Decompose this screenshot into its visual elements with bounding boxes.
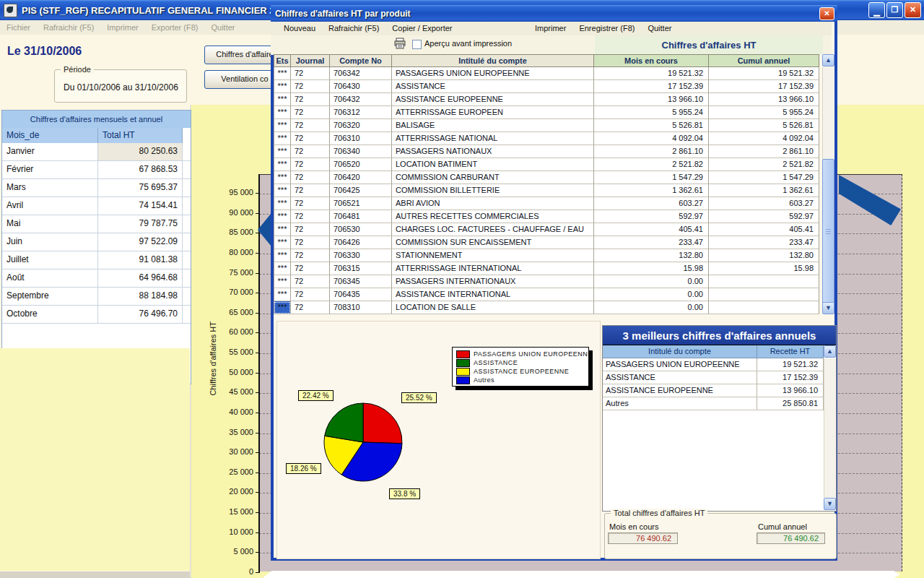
table-row[interactable]: ***72706342PASSAGERS UNION EUROPEENNE19 … xyxy=(274,67,819,80)
scrollbar-thumb[interactable] xyxy=(822,159,834,303)
table-cell: *** xyxy=(274,93,291,106)
table-row[interactable]: ***72706312ATTERRISSAGE EUROPEEN5 955.24… xyxy=(274,106,819,119)
y-tick-mark xyxy=(256,392,260,393)
periode-groupbox: Période Du 01/10/2006 au 31/10/2006 xyxy=(54,69,187,103)
table-row[interactable]: Avril74 154.41 xyxy=(2,197,191,215)
table-row[interactable]: Juin97 522.09 xyxy=(2,233,191,251)
menu-item[interactable]: Exporter (F8) xyxy=(145,23,205,32)
month-cell: Mars xyxy=(2,179,98,197)
table-cell: 132.80 xyxy=(709,249,819,262)
table-row[interactable]: Octobre76 496.70 xyxy=(2,306,191,324)
table-row[interactable]: ***72706430ASSISTANCE17 152.3917 152.39 xyxy=(274,80,819,93)
menu-item[interactable]: Quitter xyxy=(641,22,678,35)
table-row[interactable]: ***72706420COMMISSION CARBURANT1 547.291… xyxy=(274,171,819,184)
top3-scrollbar-track[interactable] xyxy=(824,358,836,498)
column-header[interactable]: Mois en cours xyxy=(594,54,709,67)
top3-scrollbar-down-icon[interactable]: ▼ xyxy=(824,498,836,510)
table-cell: 2 861.10 xyxy=(594,145,709,158)
table-row[interactable]: ***72706330STATIONNEMENT132.80132.80 xyxy=(274,249,819,262)
table-row[interactable]: Septembre88 184.98 xyxy=(2,288,191,306)
column-header[interactable]: Ets xyxy=(274,54,291,67)
table-row[interactable]: ***72706530CHARGES LOC. FACTUREES - CHAU… xyxy=(274,223,819,236)
table-row[interactable]: ***72706340PASSAGERS NATIONAUX2 861.102 … xyxy=(274,145,819,158)
y-tick-label: 70 000 xyxy=(209,288,253,296)
column-header[interactable]: Compte No xyxy=(330,54,392,67)
table-row[interactable]: ***72706426COMMISSION SUR ENCAISSEMENT23… xyxy=(274,236,819,249)
dialog-titlebar[interactable]: Chiffres d'affaires HT par produit ✕ xyxy=(271,5,837,22)
menu-item[interactable]: Fichier xyxy=(0,23,37,32)
table-row[interactable]: Juillet91 081.38 xyxy=(2,251,191,269)
minimize-button[interactable]: ▁ xyxy=(868,2,885,18)
column-header[interactable]: Intitulé du compte xyxy=(392,54,594,67)
preview-checkbox[interactable] xyxy=(412,40,422,49)
table-cell: *** xyxy=(274,301,291,314)
chart-floor xyxy=(247,571,900,578)
menu-item[interactable]: Nouveau xyxy=(277,22,322,35)
scrollbar-down-icon[interactable]: ▼ xyxy=(822,302,834,314)
table-row[interactable]: ***72706320BALISAGE5 526.815 526.81 xyxy=(274,119,819,132)
dialog-close-icon[interactable]: ✕ xyxy=(819,7,834,20)
close-button[interactable]: ✕ xyxy=(905,2,921,18)
table-row[interactable]: ***72706520LOCATION BATIMENT2 521.822 52… xyxy=(274,158,819,171)
table-cell: 603.27 xyxy=(709,197,819,210)
totals-title: Total chiffres d'affaires HT xyxy=(611,509,707,517)
menu-item[interactable]: Copier / Exporter xyxy=(385,22,458,35)
menu-item[interactable]: Imprimer xyxy=(528,22,572,35)
table-row[interactable]: ***72706521ABRI AVION603.27603.27 xyxy=(274,197,819,210)
column-header-recette[interactable]: Recette HT xyxy=(757,345,824,358)
table-row[interactable]: ***72706310ATTERRISSAGE NATIONAL4 092.04… xyxy=(274,132,819,145)
top3-scrollbar-up-icon[interactable]: ▲ xyxy=(824,345,836,358)
table-row[interactable]: Janvier80 250.63 xyxy=(2,143,191,161)
column-header[interactable]: Cumul annuel xyxy=(709,54,819,67)
menu-item[interactable]: Rafraichir (F5) xyxy=(37,23,100,32)
table-cell: ASSISTANCE EUROPEENNE xyxy=(392,93,594,106)
table-cell: *** xyxy=(274,262,291,275)
table-cell: 72 xyxy=(291,249,330,262)
table-cell: *** xyxy=(274,236,291,249)
table-row[interactable]: ***72706425COMMISSION BILLETTERIE1 362.6… xyxy=(274,184,819,197)
table-cell: 233.47 xyxy=(594,236,709,249)
pie-chart-panel: PASSAGERS UNION EUROPEENNEASSISTANCEASSI… xyxy=(276,321,601,559)
menu-item[interactable]: Quitter xyxy=(205,23,242,32)
legend-item: ASSISTANCE xyxy=(456,358,588,367)
column-header-total[interactable]: Total HT xyxy=(98,128,183,143)
month-cell: Avril xyxy=(2,197,98,215)
table-cell: STATIONNEMENT xyxy=(392,249,594,262)
table-cell: 706345 xyxy=(330,275,392,288)
y-tick-label: 10 000 xyxy=(209,527,253,536)
y-tick-label: 75 000 xyxy=(209,268,253,277)
printer-icon[interactable] xyxy=(393,38,406,49)
menu-item[interactable]: Enregistrer (F8) xyxy=(572,22,641,35)
legend-label: ASSISTANCE xyxy=(474,359,518,366)
table-row[interactable]: ***72706315ATTERRISSAGE INTERNATIONAL15.… xyxy=(274,262,819,275)
table-cell: *** xyxy=(274,158,291,171)
table-row[interactable]: ***72706435ASSISTANCE INTERNATIONAL0.00 xyxy=(274,288,819,301)
table-row[interactable]: Août64 964.68 xyxy=(2,269,191,288)
table-cell: ATTERRISSAGE EUROPEEN xyxy=(392,106,594,119)
table-row[interactable]: Mai79 787.75 xyxy=(2,215,191,233)
column-header-mois[interactable]: Mois_de xyxy=(2,128,98,143)
table-row[interactable]: ***72706432ASSISTANCE EUROPEENNE13 966.1… xyxy=(274,93,819,106)
table-row[interactable]: Mars75 695.37 xyxy=(2,179,191,197)
table-row[interactable]: ***72706481AUTRES RECETTES COMMERCIALES5… xyxy=(274,210,819,223)
table-cell: 0.00 xyxy=(594,301,709,314)
table-cell: *** xyxy=(274,223,291,236)
y-tick-label: 15 000 xyxy=(209,507,253,516)
y-tick-mark xyxy=(256,572,260,573)
y-tick-mark xyxy=(256,492,260,493)
table-row[interactable]: Février67 868.53 xyxy=(2,161,191,179)
dialog-toolbar: Aperçu avant impression Chiffres d'affai… xyxy=(271,35,832,55)
column-header-intitule[interactable]: Intitulé du compte xyxy=(603,345,757,358)
top3-title: 3 meilleurs chiffres d'affaires annuels xyxy=(603,326,836,345)
legend-swatch xyxy=(456,359,470,367)
legend-swatch xyxy=(456,350,470,358)
table-row[interactable]: ***72706345PASSAGERS INTERNATIONAUX0.00 xyxy=(274,275,819,288)
menu-item[interactable]: Rafraichir (F5) xyxy=(322,22,385,35)
table-cell xyxy=(709,288,819,301)
table-row[interactable]: ***72708310LOCATION DE SALLE0.00 xyxy=(274,301,819,314)
scrollbar-up-icon[interactable]: ▲ xyxy=(822,54,834,66)
restore-button[interactable]: ❐ xyxy=(886,2,903,18)
column-header[interactable]: Journal xyxy=(291,54,330,67)
month-cell: Septembre xyxy=(2,288,98,305)
menu-item[interactable]: Imprimer xyxy=(100,23,144,32)
